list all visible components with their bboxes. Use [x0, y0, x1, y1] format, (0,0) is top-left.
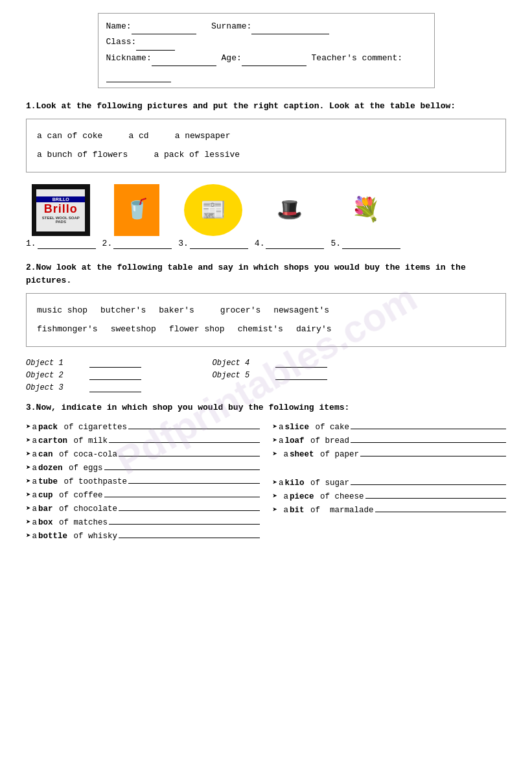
objects-row1: Object 1 Object 4	[26, 359, 506, 368]
answer-piece-cheese[interactable]	[365, 490, 506, 499]
brillo-inner: BRILLO Brillo STEEL WOOL SOAP PADS	[36, 189, 85, 231]
section1: 1.Look at the following pictures and put…	[26, 100, 506, 252]
newspaper-image: 📰	[184, 184, 242, 236]
newspaper-icon: 📰	[200, 197, 226, 223]
answer-tube-toothpaste[interactable]	[128, 475, 259, 484]
obj5-answer[interactable]	[275, 371, 327, 380]
obj2-answer[interactable]	[89, 371, 141, 380]
images-row: BRILLO Brillo STEEL WOOL SOAP PADS 1. 🥤 …	[26, 184, 506, 251]
arrow-icon-3: ➤	[26, 449, 31, 459]
answer-bar-chocolate[interactable]	[119, 502, 259, 511]
objects-row2: Object 2 Object 5	[26, 371, 506, 381]
header-line3: Nickname: Age: Teacher's comment:	[106, 51, 426, 66]
image-item-1: BRILLO Brillo STEEL WOOL SOAP PADS 1.	[26, 184, 96, 251]
class-label: Class:	[106, 37, 137, 47]
vocab-row1: a can of coke a cd a newspaper	[37, 127, 495, 146]
bold-cup: cup	[38, 491, 53, 500]
vocab-box: a can of coke a cd a newspaper a bunch o…	[26, 119, 506, 172]
bold-box: box	[38, 518, 53, 527]
arrow-icon-5: ➤	[26, 476, 31, 486]
img-num-3: 3.	[178, 239, 189, 248]
obj4-answer[interactable]	[275, 359, 327, 368]
image-item-2: 🥤 2.	[102, 184, 172, 251]
item-kilo-sugar: ➤a kilo of sugar	[273, 476, 507, 488]
surname-label: Surname:	[211, 21, 251, 31]
arrow-icon-9: ➤	[26, 530, 31, 541]
header-line2: Class:	[106, 34, 426, 50]
arrow-icon-r1: ➤	[273, 421, 278, 432]
arrow-icon-r6: ➤	[273, 491, 278, 501]
item-loaf-bread: ➤a loaf of bread	[273, 434, 507, 445]
age-label: Age:	[222, 53, 242, 63]
bold-pack: pack	[38, 423, 58, 432]
img-num-4: 4.	[255, 239, 265, 248]
answer-sheet-paper[interactable]	[360, 447, 506, 456]
objects-row3: Object 3	[26, 383, 506, 392]
answer-dozen-eggs[interactable]	[104, 461, 260, 470]
img-num-5: 5.	[330, 239, 341, 248]
answer-cup-coffee[interactable]	[104, 488, 260, 497]
arrow-icon-2: ➤	[26, 435, 31, 445]
shop-baker: baker's	[159, 302, 194, 320]
bold-kilo: kilo	[285, 479, 305, 488]
image-item-4: 🎩 4.	[255, 184, 325, 251]
hat-image: 🎩	[260, 184, 319, 236]
image-label-1: 1.	[26, 239, 96, 249]
answer-box-matches[interactable]	[109, 515, 259, 525]
bold-bar: bar	[38, 504, 53, 514]
obj2-label: Object 2	[26, 371, 64, 381]
answer-kilo-sugar[interactable]	[351, 476, 506, 485]
section2: 2.Now look at the following table and sa…	[26, 261, 506, 392]
vocab-item-1: a can of coke	[37, 127, 102, 146]
img-answer-2[interactable]	[113, 239, 172, 249]
img-answer-4[interactable]	[266, 239, 324, 249]
vocab-item-2: a cd	[128, 127, 148, 146]
item-box-matches: ➤a box of matches	[26, 515, 260, 527]
item-can-cola: ➤a can of coca-cola	[26, 447, 260, 459]
obj1-answer[interactable]	[89, 359, 141, 368]
shop-flowerShop: flower shop	[169, 320, 225, 339]
item-carton-milk: ➤a carton of milk	[26, 434, 260, 445]
hat-icon: 🎩	[277, 197, 303, 223]
answer-pack-cigarettes[interactable]	[128, 420, 259, 429]
answer-bottle-whisky[interactable]	[119, 529, 259, 538]
obj3-answer[interactable]	[89, 383, 141, 392]
shops-row1: music shop butcher's baker's grocer's ne…	[37, 302, 495, 320]
brillo-sub: STEEL WOOL SOAP PADS	[36, 216, 85, 224]
arrow-icon-r2: ➤	[273, 435, 278, 445]
answer-bit-marmalade[interactable]	[375, 503, 506, 512]
img-answer-5[interactable]	[342, 239, 400, 249]
section3: 3.Now, indicate in which shop you would …	[26, 403, 506, 543]
answer-slice-cake[interactable]	[351, 420, 506, 429]
items-grid: ➤a pack of cigarettes ➤a carton of milk …	[26, 420, 506, 543]
arrow-icon-4: ➤	[26, 462, 31, 473]
arrow-icon-r7: ➤	[273, 504, 278, 515]
item-bar-chocolate: ➤a bar of chocolate	[26, 502, 260, 514]
header-line4	[106, 66, 426, 82]
image-item-5: 💐 5.	[330, 184, 400, 251]
bold-slice: slice	[285, 423, 310, 432]
objects-section: Object 1 Object 4 Object 2 Object 5 Obje…	[26, 359, 506, 392]
answer-loaf-bread[interactable]	[351, 434, 506, 443]
shop-chemist: chemist's	[238, 320, 283, 339]
section1-title: 1.Look at the following pictures and put…	[26, 100, 506, 113]
image-label-4: 4.	[255, 239, 325, 249]
shop-sweetshop: sweetshop	[111, 320, 156, 339]
img-answer-3[interactable]	[190, 239, 248, 249]
flowers-image: 💐	[340, 184, 391, 236]
img-num-1: 1.	[26, 239, 36, 248]
img-answer-1[interactable]	[38, 239, 96, 249]
obj5-label: Object 5	[213, 371, 250, 381]
bold-loaf: loaf	[285, 436, 305, 445]
item-bottle-whisky: ➤a bottle of whisky	[26, 529, 260, 541]
header-box: Name: Surname: Class: Nickname: Age: Tea…	[98, 13, 435, 88]
item-bit-marmalade: ➤ a bit of marmalade	[273, 503, 507, 515]
answer-carton-milk[interactable]	[109, 434, 259, 443]
item-piece-cheese: ➤ a piece of cheese	[273, 490, 507, 501]
shop-grocer: grocer's	[220, 302, 260, 320]
left-column: ➤a pack of cigarettes ➤a carton of milk …	[26, 420, 260, 543]
brillo-box-image: BRILLO Brillo STEEL WOOL SOAP PADS	[32, 184, 90, 236]
answer-can-cola[interactable]	[119, 447, 259, 456]
item-dozen-eggs: ➤a dozen of eggs	[26, 461, 260, 473]
shop-butcher: butcher's	[100, 302, 146, 320]
